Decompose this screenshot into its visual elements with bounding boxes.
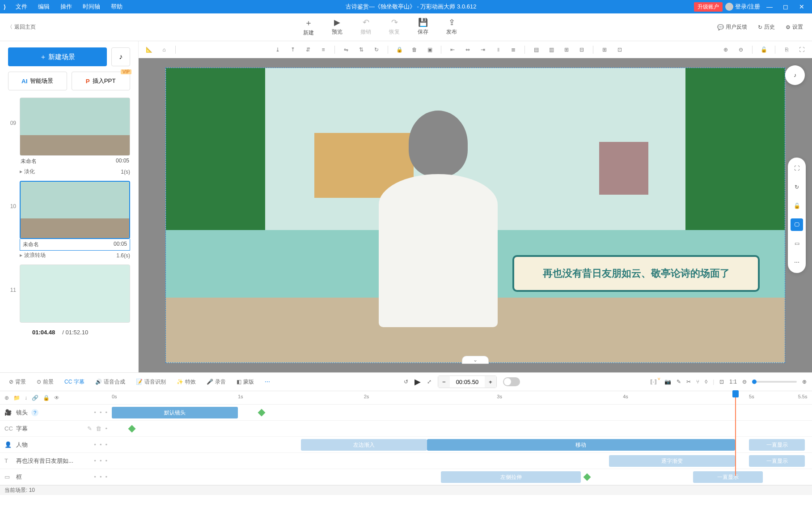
track-lane[interactable] xyxy=(112,421,812,436)
align-bottom-icon[interactable]: ⤓ xyxy=(272,44,283,55)
menu-edit[interactable]: 编辑 xyxy=(33,3,55,11)
login-button[interactable]: 登录/注册 xyxy=(725,3,760,11)
track-dot[interactable]: • xyxy=(94,457,96,464)
align-middle-icon[interactable]: ⇵ xyxy=(302,44,314,55)
align-vcenter-icon[interactable]: ≡ xyxy=(317,44,329,55)
ratio-icon[interactable]: 1:1 xyxy=(729,379,737,385)
toolbar-settings[interactable]: ⚙设置 xyxy=(786,23,803,31)
window-minimize[interactable]: — xyxy=(763,3,776,10)
track-dot[interactable]: • xyxy=(94,441,96,448)
track-dot[interactable]: • xyxy=(100,409,102,416)
track-dot[interactable]: • xyxy=(105,425,107,432)
keyframe-diamond[interactable] xyxy=(128,425,136,433)
filter-icon[interactable]: ⑂ xyxy=(696,379,699,385)
back-home-button[interactable]: 〈 返回主页 xyxy=(0,23,43,31)
track-lane[interactable]: 左边渐入 移动 一直显示 xyxy=(112,437,812,452)
scene-item-09[interactable]: 09 未命名00:05 ▸淡化1(s) xyxy=(8,98,130,176)
tab-more[interactable]: ⋯ xyxy=(261,377,274,387)
track-dot[interactable]: • xyxy=(105,457,107,464)
scene-transition[interactable]: ▸淡化1(s) xyxy=(8,167,130,176)
layers-icon[interactable]: ▭ xyxy=(791,237,803,250)
timeline-play-icon[interactable]: ▶ xyxy=(414,377,421,387)
clip-frame-hold[interactable]: 一直显示 xyxy=(693,471,763,483)
menu-timeline[interactable]: 时间轴 xyxy=(77,3,106,11)
track-dot[interactable]: • xyxy=(100,474,102,480)
tab-asr[interactable]: 📝语音识别 xyxy=(132,376,169,388)
lock-track-icon[interactable]: 🔒 xyxy=(43,395,50,401)
scene-transition[interactable]: ▸波浪转场1.6(s) xyxy=(8,251,130,260)
zoom-slider[interactable] xyxy=(752,381,797,383)
timeline-toggle[interactable] xyxy=(503,377,520,386)
delete-icon[interactable]: 🗑 xyxy=(409,44,420,55)
track-dot[interactable]: • xyxy=(94,409,96,416)
keyframe-diamond[interactable] xyxy=(584,474,591,481)
clip-text-in[interactable]: 逐字渐变 xyxy=(609,455,735,467)
clip-camera[interactable]: 默认镜头 xyxy=(112,407,238,418)
time-field[interactable] xyxy=(450,379,485,385)
ungroup-icon[interactable]: ⊟ xyxy=(576,44,588,55)
edit-tool-icon[interactable]: ✎ xyxy=(677,379,681,385)
stage-music-button[interactable]: ♪ xyxy=(785,65,805,85)
canvas-viewport[interactable]: 📹默认镜头 再也没有昔日友朋如云、敬亭论诗的场面了 ⌄ ♪ xyxy=(139,58,812,372)
lock-stage-icon[interactable]: 🔓 xyxy=(791,200,803,212)
align-center-icon[interactable]: ⇔ xyxy=(462,44,474,55)
time-minus-button[interactable]: − xyxy=(438,376,450,388)
tab-subtitle[interactable]: CC字幕 xyxy=(61,376,88,388)
scene-music-button[interactable]: ♪ xyxy=(111,47,130,66)
link-icon[interactable]: 🔗 xyxy=(32,395,38,401)
cut-icon[interactable]: ✂ xyxy=(686,379,691,385)
zoom-in-icon[interactable]: ⊕ xyxy=(720,44,732,55)
flip-v-icon[interactable]: ⇅ xyxy=(355,44,367,55)
smart-scene-button[interactable]: AI智能场景 xyxy=(8,72,67,90)
toolbar-new[interactable]: ＋新建 xyxy=(303,17,314,37)
clip-person-in[interactable]: 左边渐入 xyxy=(301,439,427,451)
menu-help[interactable]: 帮助 xyxy=(106,3,128,11)
zoom-out-timeline-icon[interactable]: ⊖ xyxy=(742,379,747,385)
track-edit-icon[interactable]: ✎ xyxy=(87,425,92,432)
toolbar-preview[interactable]: ▶预览 xyxy=(332,17,343,37)
home-icon[interactable]: ⌂ xyxy=(158,44,170,55)
clip-text-hold[interactable]: 一直显示 xyxy=(749,455,805,467)
more-icon[interactable]: ⋯ xyxy=(791,256,803,269)
grid-icon[interactable]: ⊞ xyxy=(599,44,610,55)
tab-tts[interactable]: 🔊语音合成 xyxy=(92,376,129,388)
menu-operate[interactable]: 操作 xyxy=(55,3,77,11)
rotate-icon[interactable]: ↻ xyxy=(371,44,382,55)
menu-file[interactable]: 文件 xyxy=(10,3,33,11)
playhead[interactable] xyxy=(735,391,736,476)
copy-icon[interactable]: ⎘ xyxy=(781,44,792,55)
scene-thumbnail[interactable] xyxy=(20,98,130,156)
bring-front-icon[interactable]: ▤ xyxy=(530,44,542,55)
help-icon[interactable]: ? xyxy=(31,409,38,416)
lock-icon[interactable]: 🔒 xyxy=(393,44,405,55)
timeline-expand-icon[interactable]: ⤢ xyxy=(427,379,431,385)
distribute-v-icon[interactable]: ≣ xyxy=(508,44,519,55)
track-dot[interactable]: • xyxy=(105,409,107,416)
align-left-icon[interactable]: ⇤ xyxy=(447,44,458,55)
tab-effects[interactable]: ✨特效 xyxy=(173,376,199,388)
fullscreen-icon[interactable]: ⛶ xyxy=(791,162,803,175)
tab-background[interactable]: ⊘背景 xyxy=(5,376,30,388)
collapse-canvas-button[interactable]: ⌄ xyxy=(462,356,489,364)
unlock-icon[interactable]: 🔓 xyxy=(758,44,770,55)
timeline-rewind-icon[interactable]: ↺ xyxy=(404,379,408,385)
tab-mask[interactable]: ◧蒙版 xyxy=(233,376,258,388)
zoom-out-icon[interactable]: ⊖ xyxy=(735,44,747,55)
down-icon[interactable]: ↓ xyxy=(25,395,27,401)
speech-bubble[interactable]: 再也没有昔日友朋如云、敬亭论诗的场面了 xyxy=(512,255,760,292)
camera-tool-icon[interactable]: 📷 xyxy=(664,379,671,385)
new-scene-button[interactable]: ＋ 新建场景 xyxy=(8,47,107,66)
tab-record[interactable]: 🎤录音 xyxy=(203,376,229,388)
scene-thumbnail-selected[interactable] xyxy=(20,181,130,239)
guides-icon[interactable]: ⊡ xyxy=(614,44,626,55)
track-lane[interactable]: 左侧拉伸 一直显示 xyxy=(112,469,812,485)
frame-icon[interactable]: ⊡ xyxy=(719,379,724,385)
track-delete-icon[interactable]: 🗑 xyxy=(96,425,102,432)
zoom-in-timeline-icon[interactable]: ⊕ xyxy=(802,379,807,385)
marker-icon[interactable]: ◊ xyxy=(705,379,707,385)
expand-icon[interactable]: ⛶ xyxy=(796,44,808,55)
clip-person-hold[interactable]: 一直显示 xyxy=(749,439,805,451)
track-dot[interactable]: • xyxy=(105,474,107,480)
add-track-icon[interactable]: ⊕ xyxy=(4,395,9,401)
scene-item-11[interactable]: 11 xyxy=(8,265,130,323)
